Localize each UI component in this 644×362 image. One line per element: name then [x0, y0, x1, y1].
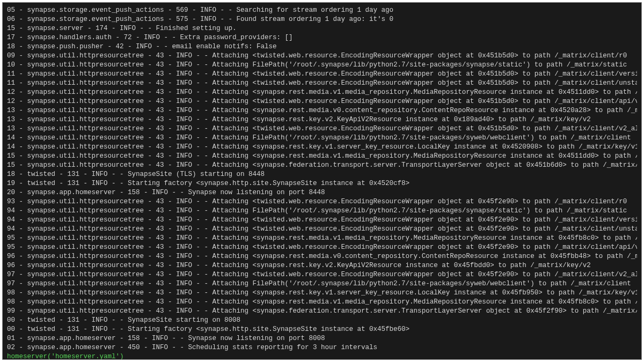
log-line: 98 - synapse.util.httpresourcetree - 43 … [7, 298, 637, 307]
log-line: 14 - synapse.util.httpresourcetree - 43 … [7, 143, 637, 152]
log-line: 13 - synapse.util.httpresourcetree - 43 … [7, 115, 637, 124]
log-line: 09 - synapse.util.httpresourcetree - 43 … [7, 51, 637, 61]
log-line: 17 - synapse.handlers.auth - 72 - INFO -… [7, 33, 637, 42]
log-line: 12 - synapse.util.httpresourcetree - 43 … [7, 88, 637, 97]
log-line: 19 - twisted - 131 - INFO - - Starting f… [7, 179, 637, 188]
log-line: 06 - synapse.storage.event_push_actions … [7, 15, 637, 24]
log-line: 01 - synapse.app.homeserver - 158 - INFO… [7, 334, 637, 343]
log-line: 10 - synapse.util.httpresourcetree - 43 … [7, 61, 637, 70]
log-line: 94 - synapse.util.httpresourcetree - 43 … [7, 216, 637, 225]
log-line: 97 - synapse.util.httpresourcetree - 43 … [7, 270, 637, 279]
command-echo: homeserver('homeserver.yaml') [7, 352, 637, 360]
log-line: 96 - synapse.util.httpresourcetree - 43 … [7, 261, 637, 270]
log-line: 98 - synapse.util.httpresourcetree - 43 … [7, 289, 637, 298]
log-output: 05 - synapse.storage.event_push_actions … [7, 6, 637, 352]
log-line: 14 - synapse.util.httpresourcetree - 43 … [7, 134, 637, 143]
log-line: 18 - twisted - 131 - INFO - - SynapseSit… [7, 170, 637, 179]
terminal-window[interactable]: 05 - synapse.storage.event_push_actions … [2, 2, 642, 360]
log-line: 94 - synapse.util.httpresourcetree - 43 … [7, 225, 637, 234]
log-line: 12 - synapse.util.httpresourcetree - 43 … [7, 97, 637, 106]
log-line: 11 - synapse.util.httpresourcetree - 43 … [7, 79, 637, 88]
log-line: 97 - synapse.util.httpresourcetree - 43 … [7, 279, 637, 289]
log-line: 99 - synapse.util.httpresourcetree - 43 … [7, 307, 637, 316]
log-line: 15 - synapse.server - 174 - INFO - - Fin… [7, 24, 637, 33]
log-line: 02 - synapse.app.homeserver - 450 - INFO… [7, 343, 637, 352]
log-line: 95 - synapse.util.httpresourcetree - 43 … [7, 234, 637, 243]
log-line: 96 - synapse.util.httpresourcetree - 43 … [7, 252, 637, 261]
log-line: 11 - synapse.util.httpresourcetree - 43 … [7, 70, 637, 79]
log-line: 95 - synapse.util.httpresourcetree - 43 … [7, 243, 637, 252]
log-line: 05 - synapse.storage.event_push_actions … [7, 6, 637, 15]
log-line: 13 - synapse.util.httpresourcetree - 43 … [7, 106, 637, 115]
log-line: 15 - synapse.util.httpresourcetree - 43 … [7, 161, 637, 170]
log-line: 94 - synapse.util.httpresourcetree - 43 … [7, 206, 637, 216]
log-line: 13 - synapse.util.httpresourcetree - 43 … [7, 124, 637, 134]
log-line: 20 - synapse.app.homeserver - 158 - INFO… [7, 188, 637, 197]
log-line: 00 - twisted - 131 - INFO - - SynapseSit… [7, 316, 637, 325]
log-line: 00 - twisted - 131 - INFO - - Starting f… [7, 325, 637, 334]
log-line: 93 - synapse.util.httpresourcetree - 43 … [7, 197, 637, 206]
log-line: 15 - synapse.util.httpresourcetree - 43 … [7, 152, 637, 161]
log-line: 18 - synapse.push.pusher - 42 - INFO - -… [7, 42, 637, 51]
